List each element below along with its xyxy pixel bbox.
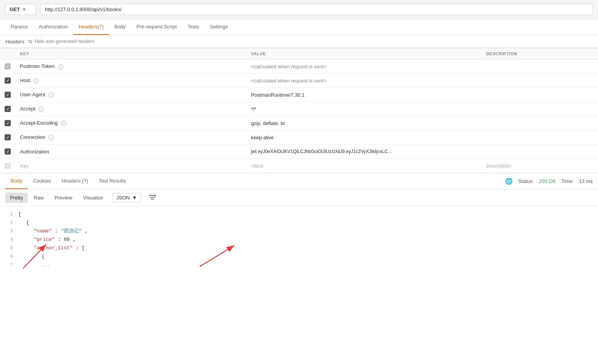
subtab-pretty[interactable]: Pretty xyxy=(5,193,28,203)
col-value: VALUE xyxy=(246,48,482,59)
globe-icon: 🌐 xyxy=(505,178,513,185)
row-checkbox[interactable]: ✓ xyxy=(5,148,11,155)
tab-cookies[interactable]: Cookies xyxy=(28,173,56,189)
new-header-row: ✓ Key Value Description xyxy=(0,159,598,173)
tab-authorization[interactable]: Authorization xyxy=(33,19,73,35)
row-checkbox[interactable]: ✓ xyxy=(5,120,11,126)
checkbox-cell[interactable]: ✓ xyxy=(0,102,15,116)
chevron-down-icon: ▼ xyxy=(22,7,26,12)
info-icon[interactable]: i xyxy=(48,92,54,98)
request-tabs: Params Authorization Headers(7) Body Pre… xyxy=(0,19,598,35)
table-row: ✓ Accept i */* xyxy=(0,102,598,116)
key-cell: User-Agent i xyxy=(15,88,246,102)
info-icon[interactable]: i xyxy=(58,64,63,69)
checkbox-cell[interactable]: ✓ xyxy=(0,88,15,102)
time-label: Time: xyxy=(562,178,574,184)
tab-test-results[interactable]: Test Results xyxy=(93,173,131,189)
tab-response-headers[interactable]: Headers (7) xyxy=(56,173,94,189)
row-checkbox[interactable]: ✓ xyxy=(5,77,11,84)
headers-subheader: Headers ⇆ Hide auto-generated headers xyxy=(0,35,598,48)
row-checkbox[interactable]: ✓ xyxy=(5,63,11,69)
checkbox-cell[interactable]: ✓ xyxy=(0,145,15,159)
value-cell: <calculated when request is sent> xyxy=(246,59,482,74)
subtab-preview[interactable]: Preview xyxy=(50,193,77,203)
col-description: DESCRIPTION xyxy=(482,48,598,59)
tab-tests[interactable]: Tests xyxy=(182,19,204,35)
status-label: Status: xyxy=(518,178,533,184)
description-cell xyxy=(482,130,598,145)
tab-headers[interactable]: Headers(7) xyxy=(73,19,109,35)
row-checkbox[interactable]: ✓ xyxy=(5,134,11,140)
table-row: ✓ Host i <calculated when request is sen… xyxy=(0,74,598,88)
checkbox-cell[interactable]: ✓ xyxy=(0,116,15,130)
tab-prerequest[interactable]: Pre-request Script xyxy=(131,19,182,35)
new-description-cell[interactable]: Description xyxy=(482,159,598,173)
table-row: ✓ Accept-Encoding i gzip, deflate, br xyxy=(0,116,598,130)
code-line: 4 "price" : 66 , xyxy=(5,236,593,244)
description-cell xyxy=(482,116,598,130)
col-key: KEY xyxy=(15,48,246,59)
value-cell: PostmanRuntime/7.30.1 xyxy=(246,88,482,102)
table-row: ✓ Connection i keep-alive xyxy=(0,130,598,145)
format-select[interactable]: JSON ▼ xyxy=(112,193,141,203)
checkbox-cell[interactable]: ✓ xyxy=(0,59,15,74)
row-checkbox[interactable]: ✓ xyxy=(5,106,11,112)
info-icon[interactable]: i xyxy=(38,107,44,112)
response-tabs: Body Cookies Headers (7) Test Results 🌐 … xyxy=(0,173,598,189)
description-cell xyxy=(482,59,598,74)
headers-table: KEY VALUE DESCRIPTION ✓ Postman-Token i xyxy=(0,48,598,173)
code-line: 2 { xyxy=(5,219,593,227)
value-cell: jwt eyJ0eXAiOiJKV1QiLCJhbGciOiJIUzI1NiJ9… xyxy=(246,145,482,159)
subtab-visualize[interactable]: Visualize xyxy=(78,193,108,203)
method-label: GET xyxy=(10,7,20,12)
table-row: ✓ Authorization jwt eyJ0eXAiOiJKV1QiLCJh… xyxy=(0,145,598,159)
checkbox-cell[interactable]: ✓ xyxy=(0,74,15,88)
time-value: 13 ms xyxy=(579,178,593,184)
code-line: 7 ... xyxy=(5,261,593,270)
code-line: 3 "name" : "西游记" , xyxy=(5,227,593,236)
status-value: 200 OK xyxy=(539,178,556,184)
new-key-cell[interactable]: Key xyxy=(15,159,246,173)
key-cell: Host i xyxy=(15,74,246,88)
new-value-cell[interactable]: Value xyxy=(246,159,482,173)
checkbox-cell[interactable]: ✓ xyxy=(0,130,15,145)
code-line: 6 { xyxy=(5,252,593,261)
table-row: ✓ Postman-Token i <calculated when reque… xyxy=(0,59,598,74)
info-icon[interactable]: i xyxy=(33,78,39,84)
tab-body[interactable]: Body xyxy=(109,19,131,35)
url-bar: GET ▼ xyxy=(0,0,598,19)
description-cell xyxy=(482,88,598,102)
hide-auto-headers-button[interactable]: ⇆ Hide auto-generated headers xyxy=(28,38,94,44)
subtab-raw[interactable]: Raw xyxy=(29,193,48,203)
key-cell: Postman-Token i xyxy=(15,59,246,74)
value-cell: gzip, deflate, br xyxy=(246,116,482,130)
filter-button[interactable] xyxy=(146,193,159,203)
row-checkbox[interactable]: ✓ xyxy=(5,163,11,169)
key-cell: Accept i xyxy=(15,102,246,116)
info-icon[interactable]: i xyxy=(48,135,54,140)
info-icon[interactable]: i xyxy=(61,121,66,126)
key-cell: Accept-Encoding i xyxy=(15,116,246,130)
value-cell: <calculated when request is sent> xyxy=(246,74,482,88)
response-meta: 🌐 Status: 200 OK Time: 13 ms xyxy=(505,178,593,185)
description-cell xyxy=(482,102,598,116)
checkbox-cell: ✓ xyxy=(0,159,15,173)
table-row: ✓ User-Agent i PostmanRuntime/7.30.1 xyxy=(0,88,598,102)
headers-table-container: KEY VALUE DESCRIPTION ✓ Postman-Token i xyxy=(0,48,598,173)
code-line: 1 [ xyxy=(5,210,593,219)
url-input[interactable] xyxy=(40,4,593,15)
value-cell: */* xyxy=(246,102,482,116)
chevron-down-icon: ▼ xyxy=(132,195,137,201)
code-area: 1 [ 2 { 3 "name" : "西游记" , 4 "price" : 6… xyxy=(0,206,598,273)
value-cell: keep-alive xyxy=(246,130,482,145)
key-cell: Connection i xyxy=(15,130,246,145)
col-checkbox xyxy=(0,48,15,59)
row-checkbox[interactable]: ✓ xyxy=(5,92,11,98)
tab-body[interactable]: Body xyxy=(5,173,28,189)
description-cell xyxy=(482,145,598,159)
headers-label: Headers xyxy=(5,39,24,44)
tab-settings[interactable]: Settings xyxy=(204,19,233,35)
method-select[interactable]: GET ▼ xyxy=(5,4,36,15)
auto-header-icon: ⇆ xyxy=(28,38,33,44)
tab-params[interactable]: Params xyxy=(5,19,33,35)
